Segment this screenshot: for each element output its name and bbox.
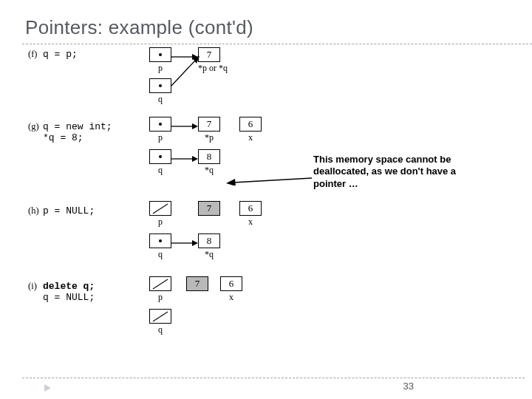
cell-f-val: 7 *p or *q <box>198 47 228 74</box>
value-8: 8 <box>198 149 220 164</box>
slide-title: Pointers: example (cont'd) <box>25 16 510 39</box>
label-p: p <box>149 292 171 303</box>
arrow-right-icon <box>171 123 198 130</box>
step-g-label: (g) <box>28 121 39 132</box>
step-g-code2: *q = 8; <box>43 132 83 143</box>
label-sq: *q <box>198 165 220 176</box>
pointer-dot-icon <box>159 155 162 158</box>
step-h-code: p = NULL; <box>43 205 95 216</box>
orphan-value-7: 7 <box>198 201 220 216</box>
label-sp-or-sq: *p or *q <box>198 63 228 74</box>
cell-f-q: q <box>149 78 171 105</box>
label-q: q <box>149 165 171 176</box>
step-h-label: (h) <box>28 205 39 216</box>
value-8: 8 <box>198 233 220 248</box>
cell-g-6: 6 x <box>239 117 262 143</box>
svg-line-2 <box>171 61 195 86</box>
page-number: 33 <box>403 381 414 392</box>
label-sp: *p <box>198 132 220 143</box>
step-i-code1: delete q; <box>43 281 95 292</box>
svg-marker-9 <box>226 179 236 185</box>
cell-g-q: q <box>149 149 171 176</box>
pointer-dot-icon <box>159 239 162 242</box>
null-box-icon <box>149 276 171 291</box>
cell-h-7-orphan: 7 <box>198 201 220 216</box>
label-q: q <box>149 249 171 260</box>
step-f-label: (f) <box>28 49 38 60</box>
cell-h-q: q <box>149 233 171 260</box>
orphan-value-7: 7 <box>186 276 208 291</box>
pointer-dot-icon <box>159 123 162 126</box>
label-p: p <box>149 216 171 228</box>
cell-g-p: p <box>149 117 171 143</box>
svg-marker-5 <box>192 123 198 129</box>
value-7: 7 <box>198 117 220 132</box>
cell-g-7: 7 *p <box>198 117 220 143</box>
label-sq: *q <box>198 249 220 260</box>
arrow-up-right-icon <box>170 56 202 89</box>
step-g-code1: q = new int; <box>43 121 112 132</box>
svg-marker-7 <box>192 156 198 162</box>
cell-i-7-orphan: 7 <box>186 276 208 291</box>
value-6: 6 <box>239 201 262 216</box>
label-p: p <box>149 132 171 143</box>
cell-i-p-null: p <box>149 276 171 303</box>
cell-g-8: 8 *q <box>198 149 220 176</box>
label-x: x <box>220 292 242 303</box>
cell-h-8: 8 *q <box>198 233 220 260</box>
arrow-right-icon <box>171 155 198 163</box>
diagram-area: (f) q = p; p 7 *p or *q q (g) q = new in… <box>25 44 510 355</box>
step-i-label: (i) <box>28 281 37 292</box>
label-p: p <box>149 63 171 74</box>
null-box-icon <box>149 309 171 324</box>
label-q: q <box>149 94 171 105</box>
cell-i-6: 6 x <box>220 276 242 303</box>
pointer-dot-icon <box>159 53 162 56</box>
null-box-icon <box>149 201 171 216</box>
value-6: 6 <box>220 276 242 291</box>
svg-marker-11 <box>192 240 198 246</box>
cell-h-p-null: p <box>149 201 171 228</box>
svg-line-8 <box>233 178 312 183</box>
arrow-right-icon <box>171 239 198 247</box>
callout-text: This memory space cannot be deallocated,… <box>313 154 483 190</box>
step-f-code: q = p; <box>43 49 78 60</box>
label-q: q <box>149 324 171 335</box>
footer-divider <box>22 378 525 378</box>
pointer-dot-icon <box>159 84 162 87</box>
footer-marker-icon <box>44 384 51 392</box>
step-i-code2: q = NULL; <box>43 292 95 303</box>
value-6: 6 <box>239 117 262 132</box>
callout-arrow-icon <box>226 175 312 185</box>
label-x: x <box>239 216 262 228</box>
cell-h-6: 6 x <box>239 201 262 228</box>
cell-f-p: p <box>149 47 171 74</box>
label-x: x <box>239 132 262 143</box>
cell-i-q-null: q <box>149 309 171 335</box>
